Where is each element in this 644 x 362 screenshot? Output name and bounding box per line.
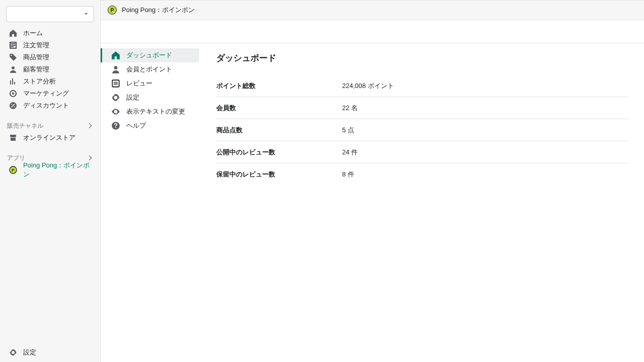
chevron-right-icon	[87, 154, 94, 161]
sidebar-item-label: 注文管理	[23, 41, 49, 50]
discount-icon	[9, 102, 17, 110]
help-icon	[111, 121, 120, 130]
person-icon	[9, 65, 17, 73]
sidebar-item-0[interactable]: ホーム	[0, 27, 100, 39]
stat-value: 5 点	[342, 126, 354, 135]
subnav-item-1[interactable]: 会員とポイント	[101, 62, 199, 76]
sidebar-item-label: マーケティング	[23, 89, 69, 98]
app-logo-icon: P	[108, 6, 117, 15]
stat-row-2: 商品点数5 点	[216, 119, 629, 141]
caret-down-icon	[84, 12, 89, 17]
subnav-item-label: ダッシュボード	[126, 51, 172, 60]
store-icon	[9, 134, 17, 142]
gear-icon	[111, 93, 120, 102]
analytics-icon	[9, 77, 17, 85]
subnav-item-label: 設定	[126, 93, 139, 102]
tag-icon	[9, 53, 17, 61]
stat-label: 保留中のレビュー数	[216, 170, 342, 179]
subnav-item-3[interactable]: 設定	[101, 90, 199, 105]
subnav-item-2[interactable]: レビュー	[101, 76, 199, 90]
sidebar-item-online-store[interactable]: オンラインストア	[0, 132, 100, 144]
stat-row-3: 公開中のレビュー数24 件	[216, 141, 629, 163]
home-icon	[111, 51, 120, 60]
sidebar-item-2[interactable]: 商品管理	[0, 51, 100, 63]
sidebar-item-label: ホーム	[23, 29, 43, 38]
orders-icon	[9, 41, 17, 49]
stat-label: ポイント総数	[216, 81, 342, 90]
main-area: P Poing Pong：ポインポン ダッシュボード会員とポイントレビュー設定表…	[101, 0, 644, 362]
stat-value: 8 件	[342, 170, 354, 179]
stat-value: 22 名	[342, 104, 358, 113]
stat-row-0: ポイント総数224,008 ポイント	[216, 75, 629, 97]
chevron-right-icon	[87, 122, 94, 129]
sidebar-item-label: 商品管理	[23, 53, 49, 62]
person-icon	[111, 65, 120, 74]
subnav-item-label: 会員とポイント	[126, 65, 172, 74]
subnav-item-4[interactable]: 表示テキストの変更	[101, 105, 199, 119]
sidebar-item-1[interactable]: 注文管理	[0, 39, 100, 51]
sidebar-settings-label: 設定	[23, 348, 36, 357]
stat-value: 224,008 ポイント	[342, 81, 394, 90]
review-icon	[111, 79, 120, 88]
sidebar-item-5[interactable]: マーケティング	[0, 87, 100, 100]
stat-label: 商品点数	[216, 126, 342, 135]
page-title: ダッシュボード	[216, 52, 629, 64]
subnav-item-label: レビュー	[126, 79, 152, 88]
sidebar-item-6[interactable]: ディスカウント	[0, 100, 100, 112]
subnav-item-label: 表示テキストの変更	[126, 107, 185, 116]
app-subnav: ダッシュボード会員とポイントレビュー設定表示テキストの変更ヘルプ	[101, 43, 201, 362]
online-store-label: オンラインストア	[23, 133, 75, 142]
stat-value: 24 件	[342, 148, 358, 157]
target-icon	[9, 89, 17, 98]
sales-channels-label: 販売チャネル	[7, 122, 43, 130]
subnav-item-0[interactable]: ダッシュボード	[101, 48, 199, 62]
sidebar-item-poing-pong[interactable]: Poing Pong：ポインポン	[0, 164, 100, 176]
stat-label: 会員数	[216, 104, 342, 113]
sales-channels-section[interactable]: 販売チャネル	[0, 120, 100, 132]
subnav-item-label: ヘルプ	[126, 121, 146, 130]
sidebar-item-label: ストア分析	[23, 77, 56, 86]
apps-label: アプリ	[7, 154, 25, 162]
subnav-item-5[interactable]: ヘルプ	[101, 119, 199, 133]
app-topbar: P Poing Pong：ポインポン	[101, 0, 644, 20]
dashboard-panel: ダッシュボード ポイント総数224,008 ポイント会員数22 名商品点数5 点…	[201, 43, 644, 362]
store-selector[interactable]	[6, 6, 94, 22]
sidebar-item-label: 顧客管理	[23, 65, 49, 74]
sidebar-item-4[interactable]: ストア分析	[0, 75, 100, 87]
stat-label: 公開中のレビュー数	[216, 148, 342, 157]
eye-icon	[111, 107, 120, 116]
app-icon	[9, 166, 17, 174]
admin-sidebar: ホーム注文管理商品管理顧客管理ストア分析マーケティングディスカウント 販売チャネ…	[0, 0, 101, 362]
sidebar-item-3[interactable]: 顧客管理	[0, 63, 100, 75]
sidebar-settings[interactable]: 設定	[0, 342, 100, 362]
stat-row-1: 会員数22 名	[216, 97, 629, 119]
gear-icon	[9, 348, 17, 356]
sidebar-item-label: ディスカウント	[23, 101, 69, 110]
banner-bar	[101, 20, 644, 43]
stat-row-4: 保留中のレビュー数8 件	[216, 163, 629, 186]
home-icon	[9, 29, 17, 37]
app-title: Poing Pong：ポインポン	[122, 6, 195, 15]
